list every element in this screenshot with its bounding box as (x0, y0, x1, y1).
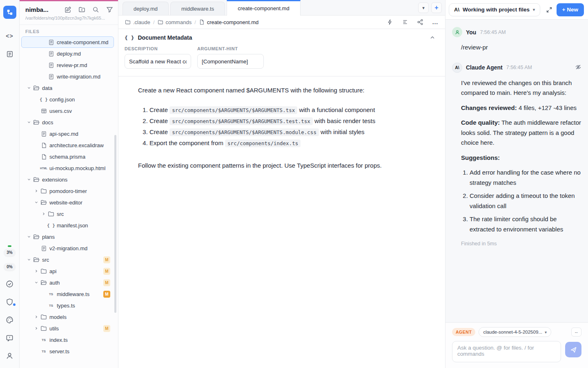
chevron-down-icon[interactable] (26, 85, 32, 90)
memory-usage-badge[interactable]: 0% (4, 263, 15, 271)
chevron-right-icon[interactable] (33, 269, 40, 274)
app-logo[interactable] (3, 6, 16, 19)
cpu-usage-badge[interactable]: 3% (4, 249, 15, 256)
new-tab-button[interactable]: + (431, 2, 442, 13)
chevron-right-icon[interactable] (40, 211, 47, 216)
tree-file-manifest.json[interactable]: { }manifest.json (21, 220, 114, 231)
more-icon[interactable]: … (432, 20, 439, 24)
chevron-down-icon[interactable] (26, 234, 32, 239)
chevron-down-icon[interactable] (26, 177, 32, 182)
tab-deploy.md[interactable]: deploy.md (122, 2, 169, 15)
tree-item-label: docs (42, 119, 53, 126)
ts-icon: TS (47, 304, 55, 307)
chevron-right-icon[interactable] (33, 326, 40, 331)
tree-folder-src[interactable]: src (21, 208, 114, 220)
code-icon[interactable]: <> (3, 29, 16, 43)
filter-icon[interactable] (106, 6, 113, 13)
tree-item-label: src (42, 257, 49, 263)
outline-icon[interactable] (402, 19, 408, 25)
chat-thread: You7:56:45 AM/review-prA\Claude Agent7:5… (445, 20, 588, 322)
tree-file-types.ts[interactable]: TStypes.ts (21, 300, 114, 311)
argument-hint-field[interactable] (197, 54, 264, 69)
tree-file-deploy.md[interactable]: deploy.md (21, 48, 114, 59)
tree-file-middleware.ts[interactable]: TSmiddleware.tsM (21, 288, 114, 300)
tree-item-label: types.ts (57, 303, 75, 309)
tree-file-index.ts[interactable]: TSindex.ts (21, 334, 114, 346)
tree-folder-website-editor[interactable]: website-editor (21, 197, 114, 208)
chevron-down-icon: ▾ (533, 7, 535, 12)
tree-folder-docs[interactable]: docs (21, 117, 114, 128)
expand-panel-icon[interactable] (546, 7, 552, 13)
argument-hint-label: ARGUMENT-HINT (197, 46, 264, 51)
tree-folder-plans[interactable]: plans (21, 231, 114, 242)
tree-file-ui-mockup.mockup.html[interactable]: HTMLui-mockup.mockup.html (21, 162, 114, 174)
tree-folder-auth[interactable]: authM (21, 277, 114, 288)
description-field[interactable] (125, 54, 191, 69)
chevron-down-icon[interactable] (26, 120, 32, 125)
tree-file-v2-migration.md[interactable]: v2-migration.md (21, 242, 114, 254)
tree-folder-data[interactable]: data (21, 82, 114, 94)
new-folder-icon[interactable] (78, 6, 85, 13)
chevron-down-icon[interactable] (26, 257, 32, 262)
editor-pane: deploy.mdmiddleware.tscreate-component.m… (118, 0, 445, 368)
profile-icon[interactable] (3, 349, 16, 362)
tree-item-label: extensions (42, 177, 67, 183)
tree-file-review-pr.md[interactable]: review-pr.md (21, 59, 114, 71)
tree-file-write-migration.md[interactable]: write-migration.md (21, 71, 114, 82)
tree-folder-src[interactable]: srcM (21, 254, 114, 265)
file-icon (199, 19, 205, 25)
tree-file-server.ts[interactable]: TSserver.ts (21, 346, 114, 357)
new-chat-button[interactable]: + New (557, 3, 584, 16)
model-selector[interactable]: claude-sonnet-4-5-202509... ▾ (479, 327, 551, 337)
tree-item-label: models (49, 314, 67, 320)
tree-item-label: website-editor (49, 200, 82, 206)
chevron-right-icon[interactable] (33, 188, 40, 193)
folder-icon (40, 325, 48, 332)
tree-file-architecture.excalidraw[interactable]: architecture.excalidraw (21, 139, 114, 151)
breadcrumb-item-create-component.md[interactable]: create-component.md (199, 19, 258, 25)
tree-file-schema.prisma[interactable]: schema.prisma (21, 151, 114, 162)
hide-message-icon[interactable] (575, 64, 581, 72)
tree-folder-api[interactable]: apiM (21, 265, 114, 277)
tree-folder-models[interactable]: models (21, 311, 114, 323)
tab-list-dropdown-button[interactable]: ▾ (418, 2, 429, 13)
tab-create-component.md[interactable]: create-component.md (227, 0, 300, 16)
message-list-item: Consider adding a timeout to the token v… (470, 191, 581, 211)
tree-folder-extensions[interactable]: extensions (21, 174, 114, 185)
tab-middleware.ts[interactable]: middleware.ts (170, 2, 225, 15)
document-content: Create a new React component named $ARGU… (118, 76, 445, 188)
braces-icon: { } (47, 223, 55, 228)
tree-item-label: plans (42, 234, 55, 240)
share-icon[interactable] (417, 19, 423, 25)
breadcrumb-label: commands (166, 19, 192, 25)
chat-input[interactable] (452, 341, 561, 362)
search-icon[interactable] (92, 6, 99, 13)
chevron-down-icon[interactable] (33, 200, 40, 205)
file-icon (40, 154, 48, 160)
check-circle-icon[interactable] (3, 277, 16, 290)
description-label: DESCRIPTION (125, 46, 191, 51)
tree-file-api-spec.md[interactable]: api-spec.md (21, 128, 114, 139)
tree-file-users.csv[interactable]: users.csv (21, 105, 114, 117)
shield-icon[interactable] (3, 295, 16, 308)
assistant-mode-dropdown[interactable]: A\ Working with project files ▾ (449, 3, 540, 16)
bolt-icon[interactable] (387, 19, 393, 25)
clipboard-icon[interactable] (3, 47, 16, 61)
compose-icon[interactable] (65, 6, 71, 13)
feedback-icon[interactable] (3, 331, 16, 344)
breadcrumb-item-commands[interactable]: commands (158, 19, 192, 25)
collapse-metadata-icon[interactable] (430, 35, 435, 40)
tree-file-create-component.md[interactable]: create-component.md (21, 36, 114, 48)
tree-item-label: config.json (49, 96, 75, 103)
inline-code: src/components/index.ts (225, 139, 301, 147)
file-tree-scrollbar[interactable] (114, 135, 116, 313)
tree-file-config.json[interactable]: { }config.json (21, 94, 114, 105)
tree-folder-pomodoro-timer[interactable]: pomodoro-timer (21, 185, 114, 197)
tree-folder-utils[interactable]: utilsM (21, 323, 114, 334)
collapse-composer-button[interactable]: -- (571, 328, 581, 337)
send-button[interactable] (565, 342, 581, 357)
chevron-right-icon[interactable] (33, 314, 40, 319)
breadcrumb-item-.claude[interactable]: .claude (125, 19, 150, 25)
palette-icon[interactable] (3, 313, 16, 326)
chevron-down-icon[interactable] (33, 280, 40, 285)
